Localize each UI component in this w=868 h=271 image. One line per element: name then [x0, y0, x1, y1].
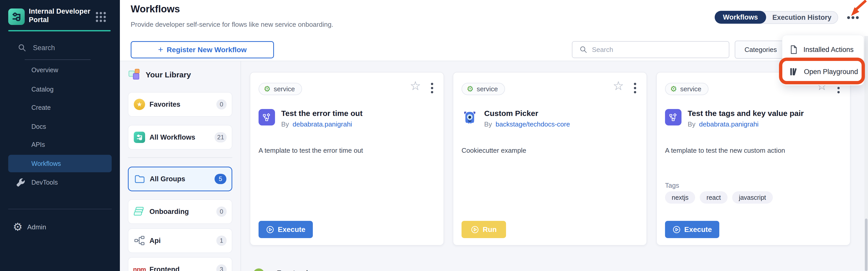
workflow-title: Custom Picker — [484, 109, 538, 118]
execute-label: Execute — [278, 226, 305, 234]
overflow-menu: Installed Actions Open Playground — [782, 35, 864, 86]
app-window: Internal Developer Portal Search Overvie… — [0, 0, 868, 271]
library-item-label: All Workflows — [150, 133, 215, 141]
sidebar: Internal Developer Portal Search Overvie… — [0, 0, 120, 271]
sidebar-item-catalog[interactable]: Catalog — [31, 86, 54, 93]
library-item-label: Onboarding — [150, 208, 216, 216]
favorite-star-icon[interactable]: ☆ — [613, 80, 624, 92]
scrollbar-thumb[interactable] — [865, 218, 867, 271]
toggle-workflows[interactable]: Workflows — [715, 11, 766, 24]
count-badge: 1 — [216, 236, 227, 246]
workflow-title: Test the tags and key value pair — [688, 109, 804, 118]
library-item-favorites[interactable]: ★ Favorites 0 — [128, 92, 232, 117]
execute-button[interactable]: Execute — [258, 221, 313, 238]
sidebar-search-underline — [25, 59, 91, 60]
folder-icon — [134, 175, 145, 183]
gear-icon: ⚙ — [264, 85, 271, 93]
gear-icon: ⚙ — [13, 222, 23, 232]
document-icon — [789, 45, 798, 54]
workflow-card: ⚙ service ☆ Test the error time out By d… — [250, 72, 444, 245]
app-logo-icon[interactable] — [8, 8, 25, 25]
npm-icon: npm — [133, 266, 146, 271]
kind-chip: ⚙ service — [665, 83, 709, 95]
owner-link[interactable]: backstage/techdocs-core — [495, 120, 570, 128]
apps-grid-icon[interactable] — [95, 11, 106, 24]
library-item-onboarding[interactable]: Onboarding 0 — [128, 199, 232, 224]
by-label: By — [688, 120, 695, 128]
cubes-icon — [128, 68, 141, 81]
library-item-all-workflows[interactable]: All Workflows 21 — [128, 125, 232, 150]
toggle-execution-history[interactable]: Execution History — [766, 13, 838, 22]
run-button[interactable]: Run — [462, 221, 506, 238]
register-new-workflow-button[interactable]: + Register New Workflow — [131, 41, 274, 58]
tag-chip: nextjs — [665, 191, 695, 204]
search-icon — [18, 44, 26, 52]
count-badge: 0 — [216, 206, 227, 217]
play-icon — [266, 226, 274, 234]
sidebar-item-workflows[interactable]: Workflows — [8, 155, 112, 172]
overflow-menu-button[interactable] — [847, 16, 859, 19]
search-icon — [580, 46, 587, 54]
sidebar-item-overview[interactable]: Overview — [31, 66, 58, 74]
library-books-icon — [789, 67, 798, 76]
library-item-api[interactable]: Api 1 — [128, 228, 232, 253]
workflow-search-field[interactable] — [572, 41, 729, 58]
library-separator — [128, 157, 232, 158]
workflow-title: Test the error time out — [281, 109, 363, 118]
favorite-star-icon[interactable]: ☆ — [410, 80, 421, 92]
library-item-label: Api — [150, 237, 216, 245]
menu-item-label: Open Playground — [804, 68, 858, 76]
menu-item-open-playground[interactable]: Open Playground — [782, 60, 864, 83]
card-menu-button[interactable] — [634, 83, 636, 93]
run-label: Run — [483, 226, 497, 234]
sidebar-accent-rule — [8, 30, 111, 31]
sitemap-icon — [134, 236, 145, 245]
library-item-all-groups[interactable]: All Groups 5 — [128, 167, 232, 191]
sidebar-item-admin[interactable]: ⚙ Admin — [13, 222, 46, 232]
favorites-star-icon: ★ — [134, 99, 145, 110]
section-group-label: Frontend — [277, 269, 308, 271]
tags-row: nextjs react javascript — [665, 191, 773, 204]
library-title: Your Library — [146, 70, 191, 79]
workflow-search-input[interactable] — [592, 46, 715, 54]
execute-label: Execute — [684, 226, 712, 234]
workflow-byline: By backstage/techdocs-core — [484, 120, 570, 128]
wrench-icon — [16, 177, 26, 187]
library-header: Your Library — [128, 68, 191, 81]
kind-chip: ⚙ service — [462, 83, 505, 95]
library-item-label: Favorites — [150, 101, 216, 108]
count-badge-selected: 5 — [215, 174, 226, 184]
workflow-description: A template to test the new custom action — [665, 146, 842, 155]
workflow-card: ⚙ service ☆ Custom Picker By backstage/t… — [453, 72, 647, 245]
sidebar-item-workflows-label: Workflows — [31, 160, 61, 167]
owner-link[interactable]: debabrata.panigrahi — [292, 120, 352, 128]
sidebar-item-create[interactable]: Create — [31, 104, 51, 111]
sidebar-item-devtools[interactable]: DevTools — [16, 177, 58, 187]
library-item-frontend[interactable]: npm Frontend 3 — [128, 257, 232, 271]
plus-icon: + — [158, 44, 163, 55]
kind-chip-label: service — [680, 85, 701, 93]
tags-label: Tags — [665, 181, 679, 190]
owner-link[interactable]: debabrata.panigrahi — [699, 120, 758, 128]
sidebar-divider — [8, 209, 112, 209]
count-badge: 0 — [216, 99, 227, 109]
sidebar-item-docs[interactable]: Docs — [31, 123, 46, 130]
execute-button[interactable]: Execute — [665, 221, 719, 238]
categories-label: Categories — [745, 46, 777, 54]
page-title: Workflows — [131, 4, 180, 15]
sidebar-search[interactable]: Search — [18, 44, 55, 52]
menu-item-label: Installed Actions — [803, 46, 854, 54]
play-icon — [471, 226, 479, 234]
by-label: By — [281, 120, 289, 128]
view-toggle: Workflows Execution History — [715, 11, 838, 24]
sidebar-item-apis[interactable]: APIs — [31, 141, 45, 148]
tag-chip: javascript — [732, 191, 773, 204]
library-item-label: All Groups — [150, 175, 215, 183]
workflow-description: A template to test the error time out — [258, 146, 436, 155]
register-new-workflow-label: Register New Workflow — [167, 46, 247, 54]
card-menu-button[interactable] — [431, 83, 433, 93]
page-subtitle: Provide developer self-service for flows… — [131, 21, 333, 29]
gear-icon: ⚙ — [670, 85, 677, 93]
workflow-byline: By debabrata.panigrahi — [281, 120, 352, 128]
menu-item-installed-actions[interactable]: Installed Actions — [782, 38, 864, 61]
